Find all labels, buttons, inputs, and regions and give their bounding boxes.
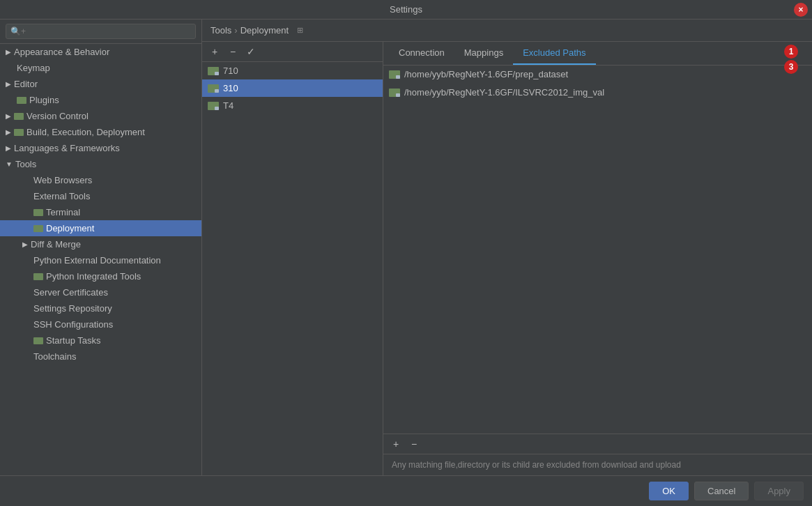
- sidebar-item-web-browsers[interactable]: Web Browsers: [0, 172, 201, 188]
- tabs-bar: ConnectionMappingsExcluded Paths1 3: [383, 42, 812, 66]
- settings-icon-startup-tasks: [33, 337, 43, 344]
- deployment-content: + − ✓ 710 310 T4 ConnectionMappingsExclu…: [202, 42, 812, 475]
- sidebar-label-build: Build, Execution, Deployment: [26, 127, 145, 137]
- sidebar-item-build[interactable]: ▶ Build, Execution, Deployment: [0, 124, 201, 140]
- sidebar-label-server-certificates: Server Certificates: [33, 287, 108, 298]
- settings-icon-deployment: [33, 225, 43, 232]
- server-label-310: 310: [223, 83, 238, 93]
- sidebar-item-deployment[interactable]: Deployment: [0, 220, 201, 236]
- server-icon-T4: [208, 102, 219, 110]
- sidebar-item-ssh-configurations[interactable]: SSH Configurations: [0, 316, 201, 332]
- sidebar-item-plugins[interactable]: Plugins: [0, 92, 201, 108]
- remove-server-button[interactable]: −: [226, 45, 240, 59]
- tab-connection[interactable]: Connection: [389, 42, 454, 65]
- pin-icon[interactable]: ⊞: [297, 26, 303, 35]
- search-input[interactable]: [6, 24, 196, 39]
- server-item-310[interactable]: 310: [202, 79, 383, 97]
- sidebar-item-languages[interactable]: ▶ Languages & Frameworks: [0, 140, 201, 156]
- expand-arrow-diff-merge: ▶: [22, 240, 28, 248]
- sidebar-item-version-control[interactable]: ▶ Version Control: [0, 108, 201, 124]
- expand-arrow-editor: ▶: [6, 80, 11, 88]
- sidebar-item-tools[interactable]: ▼ Tools: [0, 156, 201, 172]
- sidebar-item-appearance[interactable]: ▶ Appearance & Behavior: [0, 44, 201, 60]
- close-button[interactable]: ×: [794, 3, 808, 17]
- apply-button[interactable]: Apply: [754, 482, 804, 500]
- path-row-1[interactable]: /home/yyb/RegNetY-1.6GF/ILSVRC2012_img_v…: [383, 84, 812, 102]
- breadcrumb: Tools › Deployment ⊞: [202, 20, 812, 42]
- server-list: + − ✓ 710 310 T4: [202, 42, 383, 475]
- cancel-button[interactable]: Cancel: [694, 482, 749, 500]
- settings-icon-version-control: [14, 113, 24, 120]
- sidebar-label-python-external-doc: Python External Documentation: [33, 255, 161, 266]
- path-text-1: /home/yyb/RegNetY-1.6GF/ILSVRC2012_img_v…: [404, 87, 604, 98]
- sidebar-label-python-integrated: Python Integrated Tools: [46, 271, 141, 282]
- remove-path-button[interactable]: −: [407, 437, 421, 451]
- sidebar-label-languages: Languages & Frameworks: [14, 143, 120, 153]
- sidebar-label-keymap: Keymap: [17, 63, 50, 73]
- right-panel: ConnectionMappingsExcluded Paths1 3 /hom…: [383, 42, 812, 475]
- sidebar-items-container: ▶ Appearance & BehaviorKeymap▶ EditorPlu…: [0, 44, 201, 365]
- sidebar-label-external-tools: External Tools: [33, 191, 90, 201]
- sidebar-label-terminal: Terminal: [46, 207, 80, 217]
- expand-arrow-version-control: ▶: [6, 112, 11, 120]
- path-icon-0: [389, 70, 400, 79]
- sidebar-item-diff-merge[interactable]: ▶ Diff & Merge: [0, 236, 201, 252]
- sidebar-label-version-control: Version Control: [26, 111, 89, 121]
- path-row-0[interactable]: /home/yyb/RegNetY-1.6GF/prep_dataset: [383, 66, 812, 84]
- sidebar-item-server-certificates[interactable]: Server Certificates: [0, 284, 201, 300]
- title-bar: Settings ×: [0, 0, 812, 20]
- ok-button[interactable]: OK: [649, 482, 689, 500]
- settings-icon-python-integrated: [33, 273, 43, 280]
- settings-icon-terminal: [33, 209, 43, 216]
- sidebar-item-settings-repository[interactable]: Settings Repository: [0, 300, 201, 316]
- add-server-button[interactable]: +: [208, 45, 222, 59]
- path-icon-1: [389, 89, 400, 97]
- settings-icon-build: [14, 129, 24, 136]
- bottom-toolbar: + −: [383, 434, 812, 454]
- server-label-T4: T4: [223, 100, 233, 111]
- dialog-body: ▶ Appearance & BehaviorKeymap▶ EditorPlu…: [0, 20, 812, 506]
- path-text-0: /home/yyb/RegNetY-1.6GF/prep_dataset: [404, 69, 568, 79]
- search-box: [0, 20, 201, 44]
- server-label-710: 710: [223, 66, 238, 76]
- sidebar-item-keymap[interactable]: Keymap: [0, 60, 201, 76]
- expand-arrow-build: ▶: [6, 128, 11, 136]
- server-item-T4[interactable]: T4: [202, 97, 383, 114]
- check-server-button[interactable]: ✓: [244, 45, 258, 59]
- add-path-button[interactable]: +: [389, 437, 403, 451]
- sidebar-label-tools: Tools: [15, 159, 36, 169]
- tab-mappings[interactable]: Mappings: [454, 42, 513, 65]
- sidebar-item-toolchains[interactable]: Toolchains: [0, 348, 201, 365]
- dialog-title: Settings: [390, 4, 422, 15]
- server-list-items: 710 310 T4: [202, 62, 383, 475]
- sidebar-label-toolchains: Toolchains: [33, 351, 76, 362]
- sidebar-item-terminal[interactable]: Terminal: [0, 204, 201, 220]
- sidebar-item-external-tools[interactable]: External Tools: [0, 188, 201, 204]
- breadcrumb-parent[interactable]: Tools: [210, 25, 231, 36]
- expand-arrow-tools: ▼: [6, 160, 13, 168]
- tab-excluded-paths[interactable]: Excluded Paths: [513, 42, 595, 65]
- sidebar-label-diff-merge: Diff & Merge: [31, 239, 81, 250]
- sidebar-item-startup-tasks[interactable]: Startup Tasks: [0, 332, 201, 348]
- main-panel: Tools › Deployment ⊞ + − ✓ 710 310: [202, 20, 812, 475]
- badge-1: 1: [784, 45, 798, 59]
- sidebar-label-settings-repository: Settings Repository: [33, 303, 112, 314]
- breadcrumb-separator: ›: [234, 25, 237, 36]
- badge-3: 3: [784, 60, 798, 74]
- dialog-content: ▶ Appearance & BehaviorKeymap▶ EditorPlu…: [0, 20, 812, 475]
- sidebar-item-python-integrated[interactable]: Python Integrated Tools: [0, 268, 201, 284]
- sidebar-label-deployment: Deployment: [46, 223, 94, 233]
- paths-content: /home/yyb/RegNetY-1.6GF/prep_dataset /ho…: [383, 66, 812, 434]
- breadcrumb-current: Deployment: [240, 25, 289, 36]
- server-item-710[interactable]: 710: [202, 62, 383, 79]
- sidebar-label-plugins: Plugins: [29, 95, 59, 105]
- server-list-toolbar: + − ✓: [202, 42, 383, 62]
- sidebar-item-python-external-doc[interactable]: Python External Documentation: [0, 252, 201, 268]
- expand-arrow-appearance: ▶: [6, 48, 11, 56]
- sidebar: ▶ Appearance & BehaviorKeymap▶ EditorPlu…: [0, 20, 202, 475]
- dialog-footer: OK Cancel Apply: [0, 475, 812, 506]
- hint-text: Any matching file,directory or its child…: [383, 454, 812, 475]
- settings-icon-plugins: [17, 97, 26, 104]
- server-icon-710: [208, 67, 219, 75]
- sidebar-item-editor[interactable]: ▶ Editor: [0, 76, 201, 92]
